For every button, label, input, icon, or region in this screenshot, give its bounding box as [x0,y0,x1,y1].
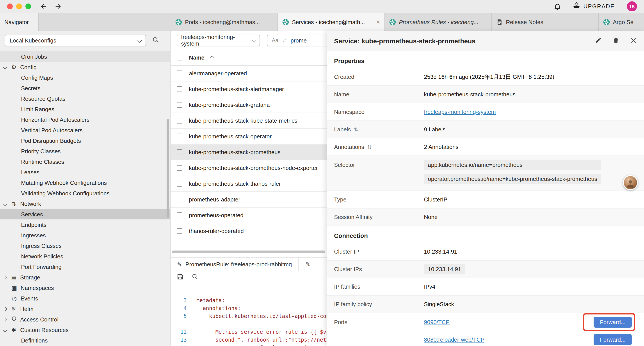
port-link-9090[interactable]: 9090/TCP [424,319,450,325]
row-checkbox[interactable] [177,212,182,218]
tab-pods[interactable]: Pods - icecheng@mathmas... [171,13,278,31]
sidebar-item-definitions[interactable]: Definitions [0,335,170,346]
sidebar-item-config-maps[interactable]: Config Maps [0,72,170,83]
forward-button-9090[interactable]: Forward... [594,317,632,327]
property-row-labels: Labels⇅ 9 Labels [327,121,644,138]
avatar[interactable] [623,175,638,190]
drawer-body: Properties Created 253d 16h 6m ago (2025… [327,51,644,346]
tab-label: Prometheus Rules - icecheng... [399,19,487,25]
connection-row-cluster-ip: Cluster IP 10.233.14.91 [327,243,644,261]
sidebar-group-helm[interactable]: ⎈Helm [0,304,170,314]
upgrade-label: UPGRADE [583,3,615,10]
row-checkbox[interactable] [177,134,182,139]
forward-button[interactable] [54,3,62,10]
editor-search-icon[interactable] [192,273,198,282]
sidebar-item-runtime-classes[interactable]: Runtime Classes [0,156,170,167]
document-icon [496,19,503,25]
row-checkbox[interactable] [177,165,182,171]
chevron-down-icon [138,38,142,43]
row-checkbox[interactable] [177,149,182,155]
chevron-right-icon [3,307,7,311]
select-all-checkbox[interactable] [177,54,182,60]
tab-services[interactable]: Services - icecheng@math... × [278,13,385,31]
row-checkbox[interactable] [177,197,182,202]
kubeconfig-select[interactable]: Local Kubeconfigs [5,34,146,46]
sidebar-item-validating-webhook-configurations[interactable]: Validating Webhook Configurations [0,188,170,198]
sidebar-item-events[interactable]: ◷Events [0,293,170,304]
window-controls [7,3,31,9]
sidebar-item-pod-disruption-budgets[interactable]: Pod Disruption Budgets [0,135,170,146]
notification-count-badge[interactable]: 15 [627,1,637,11]
sidebar-item-horizontal-pod-autoscalers[interactable]: Horizontal Pod Autoscalers [0,114,170,125]
namespace-filter-select[interactable]: freeleaps-monitoring-system [177,34,260,46]
sidebar-item-limit-ranges[interactable]: Limit Ranges [0,104,170,114]
upgrade-button[interactable]: UPGRADE [572,2,615,11]
edit-button[interactable] [595,36,602,45]
row-checkbox[interactable] [177,181,182,187]
property-row-selector: Selector app.kubernetes.io/name=promethe… [327,156,644,191]
tab-argo[interactable]: Argo Se [599,13,644,31]
match-case-toggle[interactable]: Aa [272,37,278,43]
sidebar-group-network[interactable]: ⇅Network [0,198,170,209]
sidebar-item-services[interactable]: Services [0,209,170,219]
sidebar-group-custom-resources[interactable]: ✱Custom Resources [0,325,170,335]
port-link-8080[interactable]: 8080:reloader-web/TCP [424,336,484,343]
row-checkbox[interactable] [177,70,182,76]
sidebar-item-resource-quotas[interactable]: Resource Quotas [0,93,170,104]
sidebar-item-mutating-webhook-configurations[interactable]: Mutating Webhook Configurations [0,177,170,188]
sidebar-item-port-forwarding[interactable]: Port Forwarding [0,262,170,272]
tab-release-notes[interactable]: Release Notes [492,13,599,31]
lens-app-window: UPGRADE 15 Navigator Pods - icecheng@mat… [0,0,644,346]
sidebar-item-secrets[interactable]: Secrets [0,83,170,93]
row-checkbox[interactable] [177,118,182,123]
sidebar-group-storage[interactable]: ▤Storage [0,272,170,283]
tab-prometheus-rules[interactable]: Prometheus Rules - icecheng... [385,13,492,31]
sidebar-item-priority-classes[interactable]: Priority Classes [0,146,170,156]
close-tab-icon[interactable]: × [376,19,380,25]
sidebar-item-vertical-pod-autoscalers[interactable]: Vertical Pod Autoscalers [0,125,170,135]
sidebar-item-leases[interactable]: Leases [0,167,170,177]
namespaces-icon: ▣ [10,285,18,291]
search-value: prome [290,37,307,43]
back-button[interactable] [40,3,47,10]
close-drawer-button[interactable] [630,36,637,45]
regex-toggle[interactable]: .* [282,37,286,43]
row-checkbox[interactable] [177,228,182,234]
expand-toggle-icon[interactable]: ⇅ [354,126,358,132]
sidebar-item-endpoints[interactable]: Endpoints [0,219,170,230]
row-checkbox[interactable] [177,86,182,92]
close-window-button[interactable] [7,3,13,9]
delete-button[interactable] [612,36,620,45]
clock-icon: ◷ [10,295,18,302]
row-checkbox[interactable] [177,102,182,108]
navigator-panel-tab[interactable]: Navigator [0,13,38,31]
forward-button-8080[interactable]: Forward... [594,334,632,345]
dock-tab-prometheusrule[interactable]: ✎ PrometheusRule: freeleaps-prod-rabbitm… [171,258,298,271]
chevron-down-icon [3,201,7,206]
sidebar-search-icon[interactable] [152,36,159,45]
chevron-down-icon [3,328,7,332]
sidebar-item-namespaces[interactable]: ▣Namespaces [0,283,170,293]
namespace-link[interactable]: freeleaps-monitoring-system [424,109,496,115]
save-icon[interactable] [177,273,184,282]
notifications-bell-icon[interactable] [554,3,561,10]
column-header-name[interactable]: Name [189,54,204,61]
kubeconfig-select-value: Local Kubeconfigs [10,37,56,44]
connection-row-ports: Ports 9090/TCP Forward... 8080:reloader-… [327,313,644,346]
sidebar-item-ingress-classes[interactable]: Ingress Classes [0,240,170,251]
sidebar-item-network-policies[interactable]: Network Policies [0,251,170,262]
expand-toggle-icon[interactable]: ⇅ [367,144,372,150]
section-heading-properties: Properties [327,51,644,68]
sidebar-item-ingresses[interactable]: Ingresses [0,230,170,240]
sidebar-scrollbar[interactable] [166,119,169,218]
minimize-window-button[interactable] [16,3,22,9]
maximize-window-button[interactable] [26,3,31,9]
pencil-icon: ✎ [305,261,310,267]
drawer-header: Service: kube-prometheus-stack-prometheu… [327,31,644,51]
sidebar-group-access-control[interactable]: Access Control [0,314,170,325]
section-heading-connection: Connection [327,226,644,243]
sidebar-group-config[interactable]: ⚙Config [0,62,170,72]
horizontal-scrollbar[interactable] [172,251,325,253]
sidebar-item-cron-jobs[interactable]: Cron Jobs [0,51,170,62]
line-number: 3 [171,297,192,304]
